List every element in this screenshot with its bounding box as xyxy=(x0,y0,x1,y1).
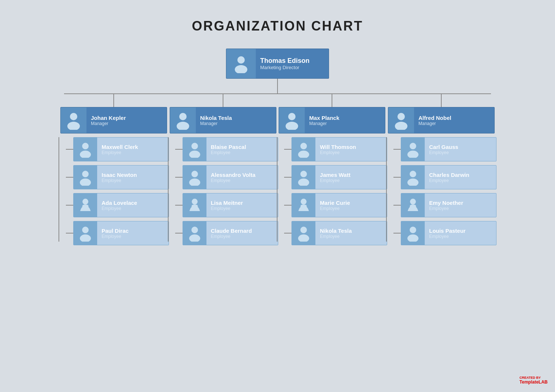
emp-entry: Will ThomsonEmployee xyxy=(284,137,387,161)
card-role: Employee xyxy=(211,234,273,239)
emp-entry: Lisa MeitnerEmployee xyxy=(175,193,278,217)
emp-entry: Blaise PascalEmployee xyxy=(175,137,278,161)
node-card-maxwell-clerk[interactable]: Maxwell ClerkEmployee xyxy=(73,137,169,161)
watermark-created-label: CREATED BY xyxy=(520,376,548,379)
card-role: Employee xyxy=(429,206,492,211)
card-name: Ada Lovelace xyxy=(102,200,164,206)
emp-entry: Paul DiracEmployee xyxy=(66,221,169,245)
card-info: Carl GaussEmployee xyxy=(425,142,496,157)
card-info: Isaac NewtonEmployee xyxy=(97,170,169,185)
node-card-paul-dirac[interactable]: Paul DiracEmployee xyxy=(73,221,169,245)
card-name: Isaac Newton xyxy=(102,172,164,178)
node-card-charles-darwin[interactable]: Charles DarwinEmployee xyxy=(401,165,496,189)
root-vert-line xyxy=(277,79,278,93)
node-card-johan-kepler[interactable]: Johan KeplerManager xyxy=(60,107,167,133)
card-role: Employee xyxy=(211,178,273,183)
card-role: Manager xyxy=(309,121,381,126)
emps-section-2: Will ThomsonEmployeeJames WattEmployeeMa… xyxy=(277,137,387,249)
node-card-james-watt[interactable]: James WattEmployee xyxy=(291,165,387,189)
card-name: Charles Darwin xyxy=(429,172,492,178)
card-info: Alessandro VoltaEmployee xyxy=(206,170,278,185)
avatar xyxy=(292,221,315,245)
root-role: Marketing Director xyxy=(260,65,324,70)
root-card[interactable]: Thomas Edison Marketing Director xyxy=(226,49,329,79)
avatar xyxy=(74,193,97,217)
card-name: Nikola Tesla xyxy=(200,115,272,121)
node-card-max-planck[interactable]: Max PlanckManager xyxy=(279,107,385,133)
card-info: James WattEmployee xyxy=(315,170,387,185)
node-card-will-thomson[interactable]: Will ThomsonEmployee xyxy=(291,137,387,161)
avatar xyxy=(74,138,97,161)
card-info: Paul DiracEmployee xyxy=(97,225,169,241)
card-info: Nikola TeslaManager xyxy=(196,113,276,128)
node-card-claude-bernard[interactable]: Claude BernardEmployee xyxy=(183,221,278,245)
avatar xyxy=(183,138,206,161)
card-role: Employee xyxy=(429,234,492,239)
card-name: Max Planck xyxy=(309,115,381,121)
card-role: Employee xyxy=(211,206,273,211)
card-info: Alfred NobelManager xyxy=(414,113,494,128)
card-name: Marie Curie xyxy=(320,200,382,206)
emp-entry: Emy NoetherEmployee xyxy=(393,193,496,217)
emps-section-1: Blaise PascalEmployeeAlessandro VoltaEmp… xyxy=(168,137,278,249)
node-card-ada-lovelace[interactable]: Ada LovelaceEmployee xyxy=(73,193,169,217)
avatar xyxy=(292,193,315,217)
card-role: Employee xyxy=(429,150,492,155)
node-card-blaise-pascal[interactable]: Blaise PascalEmployee xyxy=(183,137,278,161)
avatar xyxy=(292,138,315,161)
avatar xyxy=(183,165,206,189)
node-card-carl-gauss[interactable]: Carl GaussEmployee xyxy=(401,137,496,161)
card-name: Louis Pasteur xyxy=(429,228,492,234)
avatar xyxy=(401,221,425,245)
card-info: Claude BernardEmployee xyxy=(206,225,278,241)
emp-entry: James WattEmployee xyxy=(284,165,387,189)
node-card-marie-curie[interactable]: Marie CurieEmployee xyxy=(291,193,387,217)
mgr-vert-line xyxy=(441,94,442,107)
avatar xyxy=(292,165,315,189)
emp-entry: Alessandro VoltaEmployee xyxy=(175,165,278,189)
avatar xyxy=(74,165,97,189)
avatar xyxy=(388,107,414,133)
card-role: Employee xyxy=(320,150,382,155)
card-role: Employee xyxy=(320,206,382,211)
avatar xyxy=(401,138,425,161)
node-card-isaac-newton[interactable]: Isaac NewtonEmployee xyxy=(73,165,169,189)
emp-entry: Maxwell ClerkEmployee xyxy=(66,137,169,161)
card-role: Manager xyxy=(418,121,490,126)
card-name: Paul Dirac xyxy=(102,228,164,234)
emp-entry: Nikola TeslaEmployee xyxy=(284,221,387,245)
card-info: Johan KeplerManager xyxy=(86,113,167,128)
node-card-louis-pasteur[interactable]: Louis PasteurEmployee xyxy=(401,221,496,245)
avatar xyxy=(401,165,425,189)
card-name: Nikola Tesla xyxy=(320,228,382,234)
emp-entry: Marie CurieEmployee xyxy=(284,193,387,217)
mgr-vert-line xyxy=(332,94,332,107)
node-card-lisa-meitner[interactable]: Lisa MeitnerEmployee xyxy=(183,193,278,217)
avatar xyxy=(183,221,206,245)
root-name: Thomas Edison xyxy=(260,57,324,65)
card-name: Blaise Pascal xyxy=(211,144,273,150)
node-card-nikola-tesla[interactable]: Nikola TeslaEmployee xyxy=(291,221,387,245)
emp-entry: Isaac NewtonEmployee xyxy=(66,165,169,189)
node-card-alfred-nobel[interactable]: Alfred NobelManager xyxy=(388,107,495,133)
emp-entry: Carl GaussEmployee xyxy=(393,137,496,161)
card-name: Maxwell Clerk xyxy=(102,144,164,150)
card-info: Lisa MeitnerEmployee xyxy=(206,197,278,213)
mgr-branch-2: Max PlanckManagerWill ThomsonEmployeeJam… xyxy=(282,94,382,249)
card-role: Employee xyxy=(211,150,273,155)
avatar xyxy=(170,107,196,133)
card-info: Emy NoetherEmployee xyxy=(425,197,496,213)
avatar xyxy=(279,107,305,133)
card-info: Nikola TeslaEmployee xyxy=(315,225,387,241)
node-card-emy-noether[interactable]: Emy NoetherEmployee xyxy=(401,193,496,217)
node-card-alessandro-volta[interactable]: Alessandro VoltaEmployee xyxy=(183,165,278,189)
card-role: Employee xyxy=(102,178,164,183)
card-role: Employee xyxy=(102,234,164,239)
emps-section-0: Maxwell ClerkEmployeeIsaac NewtonEmploye… xyxy=(59,137,169,249)
avatar xyxy=(61,107,86,133)
card-role: Employee xyxy=(102,206,164,211)
node-card-nikola-tesla[interactable]: Nikola TeslaManager xyxy=(170,107,276,133)
card-name: James Watt xyxy=(320,172,382,178)
mgr-vert-line xyxy=(223,94,223,107)
card-info: Ada LovelaceEmployee xyxy=(97,197,169,213)
